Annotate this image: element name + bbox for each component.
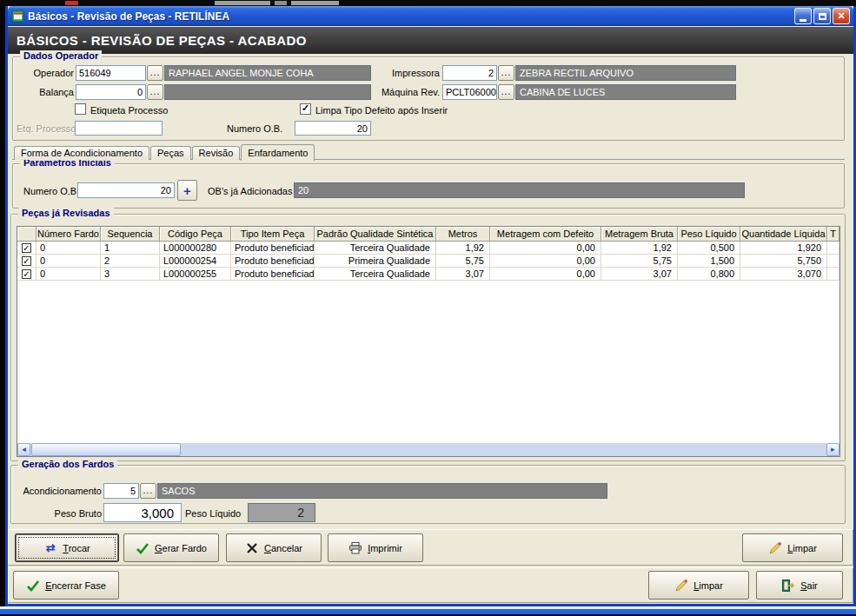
acondicionamento-label: Acondicionamento [22, 486, 102, 496]
sair-button[interactable]: Sair [756, 571, 843, 599]
grid-body: ✓01L000000280Produto beneficiadoTerceira… [17, 242, 839, 281]
column-header[interactable]: T [827, 227, 839, 242]
column-header[interactable]: Metros [436, 227, 490, 242]
impressora-lookup-button[interactable]: ... [498, 65, 514, 81]
row-checkbox[interactable]: ✓ [22, 243, 31, 253]
table-cell: Terceira Qualidade [315, 242, 436, 255]
limpar-bottom-button[interactable]: Limpar [648, 571, 749, 599]
tab-pecas[interactable]: Peças [150, 146, 191, 160]
column-header[interactable]: Número Fardo [36, 227, 101, 242]
group-dados-operador: Dados Operador Operador 516049 ... RAPHA… [12, 56, 845, 141]
etiqueta-processo-label: Etiqueta Processo [90, 105, 168, 116]
balanca-input[interactable]: 0 [76, 84, 146, 100]
horizontal-scrollbar[interactable]: ◄ ► [17, 443, 839, 456]
background-gray-fragment [291, 1, 339, 5]
table-row[interactable]: ✓03L000000255Produto beneficiadoTerceira… [17, 268, 839, 281]
etq-processo-input[interactable] [75, 121, 163, 136]
row-checkbox[interactable]: ✓ [22, 256, 31, 266]
group-legend: Peças já Revisadas [18, 208, 114, 218]
balanca-label: Balança [13, 87, 74, 97]
numero-ob-label: Numero O.B. [227, 123, 280, 134]
grid-header-row: Número FardoSequenciaCódigo PeçaTipo Ite… [17, 227, 839, 242]
table-cell: L000000280 [160, 242, 231, 255]
impressora-input[interactable]: 2 [442, 65, 497, 81]
obs-adicionadas-display: 20 [294, 182, 745, 198]
table-cell: 0,500 [678, 242, 740, 255]
pencil-eraser-icon [674, 579, 688, 593]
exit-door-icon [781, 579, 795, 593]
tab-revisao[interactable]: Revisão [192, 146, 241, 160]
operador-lookup-button[interactable]: ... [147, 65, 163, 81]
table-cell [827, 242, 839, 255]
scroll-left-button[interactable]: ◄ [17, 443, 30, 456]
client-area: BÁSICOS - REVISÃO DE PEÇAS - ACABADO Dad… [8, 26, 853, 604]
page-title: BÁSICOS - REVISÃO DE PEÇAS - ACABADO [8, 27, 853, 54]
limpa-tipo-defeito-checkbox[interactable] [300, 103, 311, 115]
titlebar[interactable]: Básicos - Revisão de Peças - RETILÍNEA [8, 6, 853, 26]
trocar-button[interactable]: ⇄ Trocar [15, 533, 119, 562]
column-header[interactable]: Sequencia [101, 227, 160, 242]
pecas-grid: Número FardoSequenciaCódigo PeçaTipo Ite… [17, 226, 840, 457]
operador-input[interactable]: 516049 [76, 65, 146, 81]
check-icon [136, 541, 149, 555]
maximize-icon [819, 13, 826, 20]
table-cell: 3,07 [436, 268, 490, 281]
column-header[interactable]: Quantidade Líquida [740, 227, 827, 242]
gerar-fardo-button[interactable]: Gerar Fardo [123, 533, 219, 562]
acondicionamento-input[interactable]: 5 [103, 483, 139, 499]
table-cell: Produto beneficiado [231, 255, 315, 268]
limpar-button[interactable]: Limpar [742, 533, 843, 562]
table-row[interactable]: ✓01L000000280Produto beneficiadoTerceira… [17, 242, 839, 255]
tab-bar: Forma de AcondicionamentoPeçasRevisãoEnf… [14, 143, 315, 160]
table-cell: 2 [101, 255, 160, 268]
table-cell: 3,07 [601, 268, 678, 281]
add-ob-button[interactable]: + [177, 180, 197, 201]
etiqueta-processo-checkbox[interactable] [75, 103, 86, 115]
app-icon [11, 10, 24, 23]
column-header[interactable]: Código Peça [160, 227, 231, 242]
group-pecas-revisadas: Peças já Revisadas Número FardoSequencia… [10, 214, 846, 461]
peso-bruto-input[interactable]: 3,000 [103, 503, 182, 522]
encerrar-fase-button[interactable]: Encerrar Fase [13, 571, 119, 599]
minimize-icon [800, 19, 806, 22]
obs-adicionadas-label: OB's já Adicionadas [208, 186, 293, 196]
group-legend: Dados Operador [20, 50, 102, 61]
minimize-button[interactable] [794, 8, 812, 24]
tab-enfardamento[interactable]: Enfardamento [241, 144, 315, 161]
gerar-fardo-label: Gerar Fardo [155, 543, 207, 553]
bottom-strip-blue [0, 609, 856, 614]
maximize-button[interactable] [813, 8, 831, 24]
balanca-display [164, 84, 371, 100]
column-header[interactable]: Peso Líquido [678, 227, 740, 242]
group-parametros-iniciais: Parametros Iniciais Numero O.B. 20 + OB'… [12, 163, 845, 209]
column-header[interactable]: Metragem Bruta [601, 227, 678, 242]
column-header[interactable]: Metragem com Defeito [490, 227, 601, 242]
close-button[interactable] [833, 8, 850, 24]
table-row[interactable]: ✓02L000000254Produto beneficiadoPrimeira… [17, 255, 839, 268]
operador-label: Operador [13, 68, 74, 78]
background-red-fragment [65, 1, 78, 5]
group-geracao-fardos: Geração dos Fardos Acondicionamento 5 ..… [10, 465, 846, 524]
balanca-lookup-button[interactable]: ... [147, 84, 163, 100]
scroll-left-icon: ◄ [21, 446, 28, 454]
maquina-rev-lookup-button[interactable]: ... [498, 84, 514, 100]
row-checkbox[interactable]: ✓ [22, 269, 31, 279]
table-cell: 1,92 [436, 242, 490, 255]
table-cell: Primeira Qualidade [315, 255, 436, 268]
acondicionamento-lookup-button[interactable]: ... [140, 483, 156, 499]
limpar-label: Limpar [787, 543, 817, 553]
parametros-numero-ob-input[interactable]: 20 [77, 182, 175, 198]
scrollbar-thumb[interactable] [31, 443, 181, 456]
scroll-right-button[interactable]: ► [826, 443, 839, 456]
peso-liquido-label: Peso Líquido [185, 508, 241, 519]
imprimir-button[interactable]: Imprimir [328, 533, 423, 562]
maquina-rev-input[interactable]: PCLT060002 [442, 84, 497, 100]
column-header-select[interactable] [17, 227, 36, 242]
numero-ob-input[interactable]: 20 [295, 121, 371, 136]
column-header[interactable]: Padrão Qualidade Sintética [315, 227, 436, 242]
limpa-tipo-defeito-label: Limpa Tipo Defeito após Inserir [315, 105, 448, 116]
column-header[interactable]: Tipo Item Peça [231, 227, 315, 242]
tab-forma-acondicionamento[interactable]: Forma de Acondicionamento [14, 146, 149, 160]
table-cell: 5,75 [601, 255, 678, 268]
cancelar-button[interactable]: Cancelar [226, 533, 322, 562]
